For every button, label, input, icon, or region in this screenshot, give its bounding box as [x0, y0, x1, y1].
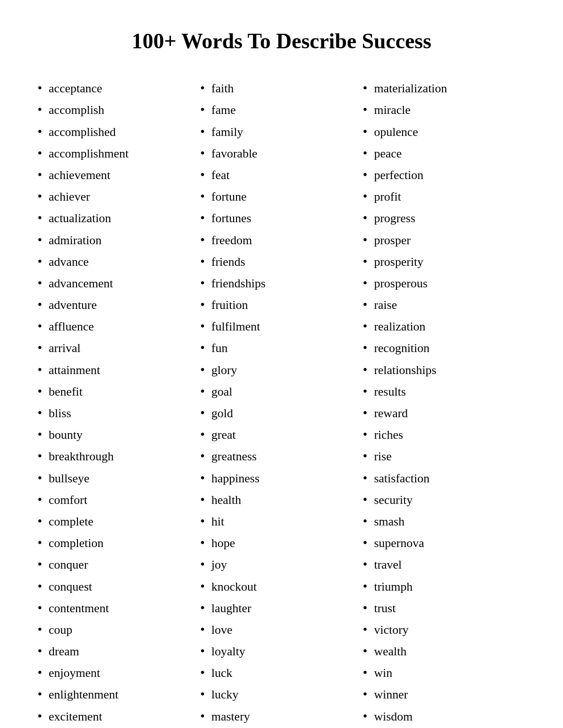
column-2: faithfamefamilyfavorablefeatfortunefortu…: [200, 77, 363, 727]
list-item: raise: [363, 294, 525, 315]
list-item: results: [363, 381, 525, 402]
list-item: conquest: [38, 576, 200, 597]
list-item: laughter: [200, 597, 363, 619]
list-item: win: [363, 662, 525, 683]
word-list-3: materializationmiracleopulencepeaceperfe…: [363, 77, 525, 727]
list-item: comfort: [38, 489, 200, 510]
list-item: excitement: [38, 705, 200, 727]
list-item: satisfaction: [363, 467, 525, 489]
list-item: profit: [363, 186, 525, 207]
list-item: loyalty: [200, 640, 363, 662]
list-item: conquer: [38, 554, 200, 575]
list-item: bounty: [38, 424, 200, 445]
list-item: friendships: [200, 272, 363, 294]
list-item: dream: [38, 640, 200, 662]
list-item: victory: [363, 619, 525, 640]
list-item: completion: [38, 532, 200, 554]
list-item: riches: [363, 424, 525, 445]
list-item: reward: [363, 402, 525, 424]
list-item: friends: [200, 251, 363, 272]
list-item: affluence: [38, 315, 200, 337]
list-item: smash: [363, 510, 525, 532]
list-item: relationships: [363, 359, 525, 381]
list-item: actualization: [38, 207, 200, 229]
list-item: faith: [200, 77, 363, 99]
list-item: advance: [38, 251, 200, 272]
list-item: arrival: [38, 337, 200, 359]
list-item: complete: [38, 510, 200, 532]
list-item: trust: [363, 597, 525, 619]
list-item: enjoyment: [38, 662, 200, 683]
list-item: realization: [363, 315, 525, 337]
list-item: hope: [200, 532, 363, 554]
list-item: supernova: [363, 532, 525, 554]
list-item: benefit: [38, 381, 200, 402]
list-item: luck: [200, 662, 363, 683]
column-3: materializationmiracleopulencepeaceperfe…: [363, 77, 525, 728]
list-item: perfection: [363, 164, 525, 186]
list-item: opulence: [363, 121, 525, 143]
list-item: fame: [200, 99, 363, 120]
list-item: glory: [200, 359, 363, 381]
list-item: wealth: [363, 640, 525, 662]
list-item: knockout: [200, 576, 363, 597]
list-item: bliss: [38, 402, 200, 424]
list-item: health: [200, 489, 363, 510]
list-item: great: [200, 424, 363, 445]
list-item: accomplished: [38, 121, 200, 143]
list-item: security: [363, 489, 525, 510]
list-item: gold: [200, 402, 363, 424]
list-item: enlightenment: [38, 683, 200, 705]
list-item: hit: [200, 510, 363, 532]
list-item: freedom: [200, 229, 363, 251]
column-1: acceptanceaccomplishaccomplishedaccompli…: [38, 77, 200, 727]
list-item: coup: [38, 619, 200, 640]
page-title: 100+ Words To Describe Success: [132, 28, 432, 54]
list-item: love: [200, 619, 363, 640]
list-item: fun: [200, 337, 363, 359]
list-item: peace: [363, 143, 525, 164]
list-item: miracle: [363, 99, 525, 120]
list-item: accomplishment: [38, 143, 200, 164]
content-area: acceptanceaccomplishaccomplishedaccompli…: [38, 77, 525, 728]
list-item: advancement: [38, 272, 200, 294]
list-item: wisdom: [363, 705, 525, 727]
list-item: feat: [200, 164, 363, 186]
list-item: prosperous: [363, 272, 525, 294]
list-item: winner: [363, 683, 525, 705]
list-item: triumph: [363, 576, 525, 597]
list-item: joy: [200, 554, 363, 575]
list-item: fruition: [200, 294, 363, 315]
list-item: lucky: [200, 683, 363, 705]
list-item: adventure: [38, 294, 200, 315]
list-item: bullseye: [38, 467, 200, 489]
list-item: fulfilment: [200, 315, 363, 337]
list-item: favorable: [200, 143, 363, 164]
list-item: family: [200, 121, 363, 143]
list-item: attainment: [38, 359, 200, 381]
list-item: fortunes: [200, 207, 363, 229]
list-item: achievement: [38, 164, 200, 186]
list-item: accomplish: [38, 99, 200, 120]
list-item: rise: [363, 445, 525, 467]
list-item: fortune: [200, 186, 363, 207]
list-item: goal: [200, 381, 363, 402]
list-item: travel: [363, 554, 525, 575]
list-item: admiration: [38, 229, 200, 251]
list-item: achiever: [38, 186, 200, 207]
list-item: contentment: [38, 597, 200, 619]
list-item: acceptance: [38, 77, 200, 99]
word-list-1: acceptanceaccomplishaccomplishedaccompli…: [38, 77, 200, 727]
list-item: greatness: [200, 445, 363, 467]
list-item: prosperity: [363, 251, 525, 272]
list-item: materialization: [363, 77, 525, 99]
word-list-2: faithfamefamilyfavorablefeatfortunefortu…: [200, 77, 363, 727]
list-item: recognition: [363, 337, 525, 359]
list-item: prosper: [363, 229, 525, 251]
list-item: progress: [363, 207, 525, 229]
list-item: mastery: [200, 705, 363, 727]
list-item: happiness: [200, 467, 363, 489]
list-item: breakthrough: [38, 445, 200, 467]
